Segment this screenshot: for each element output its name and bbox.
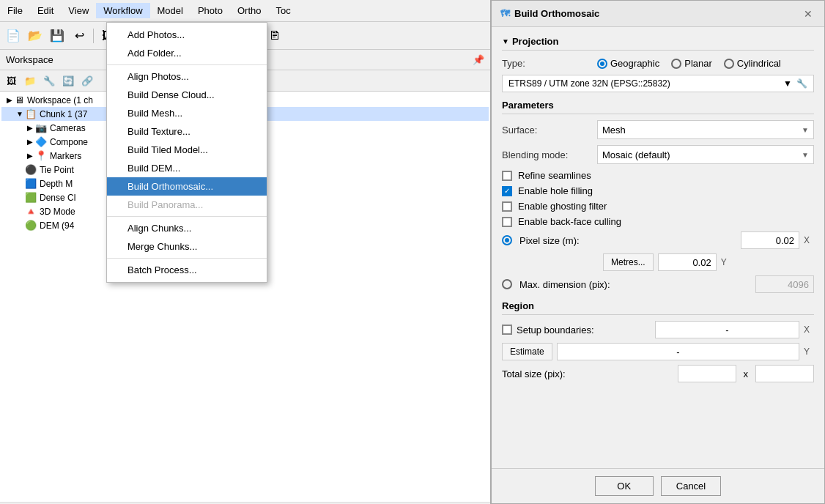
ws-icon-5[interactable]: 🔗 [79, 73, 95, 89]
toolbar-open[interactable]: 📂 [25, 26, 45, 46]
projection-arrow-icon: ▼ [502, 37, 509, 45]
radio-geographic-label: Geographic [610, 58, 659, 69]
menu-build-orthomosaic[interactable]: Build Orthomosaic... [107, 177, 267, 196]
chunk-node-label: Chunk 1 (37 [40, 109, 87, 119]
components-label: Compone [50, 137, 88, 147]
boundaries-y-input[interactable] [557, 343, 799, 360]
menu-batch-process[interactable]: Batch Process... [107, 261, 267, 279]
metres-row: Metres... Y [502, 253, 814, 271]
parameters-section: Parameters Surface: Mesh ▼ Blending mode… [502, 100, 814, 293]
total-size-x-input[interactable] [678, 365, 736, 382]
toolbar-new[interactable]: 📄 [3, 26, 23, 46]
workflow-dropdown: Add Photos... Add Folder... Align Photos… [106, 22, 267, 283]
menu-workflow[interactable]: Workflow [96, 3, 149, 18]
ws-icon-1[interactable]: 🖼 [3, 73, 19, 89]
dialog-title: 🗺 Build Orthomosaic [500, 8, 599, 19]
menu-photo[interactable]: Photo [190, 3, 230, 18]
enable-hole-filling-checkbox[interactable]: ✓ [502, 186, 512, 196]
dialog-title-icon: 🗺 [500, 8, 510, 19]
setup-boundaries-label: Setup boundaries: [517, 325, 651, 336]
workspace-pin-icon[interactable]: 📌 [473, 54, 484, 65]
radio-cylindrical-label: Cylindrical [737, 58, 781, 69]
densecloud-label: Dense Cl [40, 193, 75, 203]
ws-icon-4[interactable]: 🔄 [60, 73, 76, 89]
radio-cylindrical-circle [724, 59, 734, 69]
pixel-size-y-input[interactable] [658, 253, 717, 271]
tiepoint-icon: ⚫ [25, 164, 37, 175]
cameras-label: Cameras [50, 123, 86, 133]
region-label: Region [502, 300, 814, 315]
menu-build-texture[interactable]: Build Texture... [107, 122, 267, 141]
surface-select-wrapper: Mesh ▼ [597, 120, 814, 139]
dialog-close-button[interactable]: ✕ [801, 7, 815, 21]
menu-build-mesh[interactable]: Build Mesh... [107, 104, 267, 122]
menu-toc[interactable]: Toc [268, 3, 297, 18]
radio-cylindrical[interactable]: Cylindrical [724, 58, 781, 69]
tree-arrow-workspace: ▶ [4, 96, 15, 104]
surface-row: Surface: Mesh ▼ [502, 120, 814, 139]
menu-ortho[interactable]: Ortho [230, 3, 269, 18]
menu-merge-chunks[interactable]: Merge Chunks... [107, 237, 267, 256]
estimate-row: Estimate Y [502, 343, 814, 360]
cameras-icon: 📷 [35, 122, 47, 133]
toolbar-save[interactable]: 💾 [47, 26, 67, 46]
blending-value: Mosaic (default) [602, 149, 670, 160]
menu-build-dem[interactable]: Build DEM... [107, 159, 267, 177]
estimate-button[interactable]: Estimate [502, 343, 552, 360]
densecloud-icon: 🟩 [25, 192, 37, 203]
tree-arrow-components: ▶ [25, 138, 35, 146]
ok-button[interactable]: OK [595, 476, 654, 496]
x-axis-label: X [804, 235, 814, 245]
menu-align-photos[interactable]: Align Photos... [107, 67, 267, 86]
menu-align-chunks[interactable]: Align Chunks... [107, 219, 267, 237]
menu-file[interactable]: File [0, 3, 30, 18]
total-size-row: Total size (pix): x [502, 365, 814, 382]
enable-backface-checkbox[interactable] [502, 217, 512, 227]
ws-icon-3[interactable]: 🔧 [41, 73, 57, 89]
toolbar-sep-1 [93, 29, 94, 43]
total-size-x-separator: x [744, 368, 749, 379]
max-dimension-input[interactable] [755, 275, 814, 293]
ws-icon-2[interactable]: 📁 [22, 73, 38, 89]
crs-value: ETRS89 / UTM zone 32N (EPSG::25832) [508, 78, 670, 89]
projection-label: Projection [512, 36, 559, 47]
radio-geographic-circle [597, 59, 607, 69]
crs-dropdown-icon[interactable]: ▼ [783, 78, 792, 89]
total-size-y-input[interactable] [755, 365, 814, 382]
menu-add-folder[interactable]: Add Folder... [107, 44, 267, 62]
boundaries-x-input[interactable] [655, 321, 799, 338]
markers-icon: 📍 [35, 150, 47, 161]
blending-select[interactable]: Mosaic (default) ▼ [597, 145, 814, 164]
radio-geographic[interactable]: Geographic [597, 58, 659, 69]
pixel-size-x-input[interactable] [741, 231, 799, 249]
menu-add-photos[interactable]: Add Photos... [107, 26, 267, 44]
enable-ghosting-checkbox[interactable] [502, 201, 512, 212]
tree-arrow-chunk: ▼ [15, 110, 25, 118]
radio-planar[interactable]: Planar [671, 58, 712, 69]
menu-build-dense-cloud[interactable]: Build Dense Cloud... [107, 86, 267, 104]
dem-label: DEM (94 [40, 220, 74, 231]
max-dim-radio[interactable] [502, 279, 512, 289]
menu-model[interactable]: Model [150, 3, 190, 18]
blending-dropdown-icon: ▼ [802, 151, 809, 159]
toolbar-btn12[interactable]: 🖹 [264, 26, 285, 46]
toolbar-redo[interactable]: ↩ [69, 26, 89, 46]
surface-label: Surface: [502, 125, 597, 136]
menu-view[interactable]: View [61, 3, 96, 18]
chunk-icon: 📋 [25, 108, 37, 119]
metres-button[interactable]: Metres... [603, 253, 654, 271]
blending-row: Blending mode: Mosaic (default) ▼ [502, 145, 814, 164]
setup-boundaries-checkbox[interactable] [502, 325, 512, 335]
refine-seamlines-checkbox[interactable] [502, 171, 512, 181]
max-dimension-label: Max. dimension (pix): [519, 279, 751, 290]
projection-section-header: ▼ Projection [502, 36, 814, 51]
blending-select-wrapper: Mosaic (default) ▼ [597, 145, 814, 164]
crs-settings-icon[interactable]: 🔧 [796, 78, 807, 89]
surface-select[interactable]: Mesh ▼ [597, 120, 814, 139]
cancel-button[interactable]: Cancel [661, 476, 721, 496]
pixel-size-radio[interactable] [502, 235, 512, 245]
menu-edit[interactable]: Edit [30, 3, 61, 18]
menu-bar: File Edit View Workflow Model Photo Orth… [0, 0, 490, 22]
refine-seamlines-row: Refine seamlines [502, 170, 814, 181]
menu-build-tiled-model[interactable]: Build Tiled Model... [107, 141, 267, 159]
